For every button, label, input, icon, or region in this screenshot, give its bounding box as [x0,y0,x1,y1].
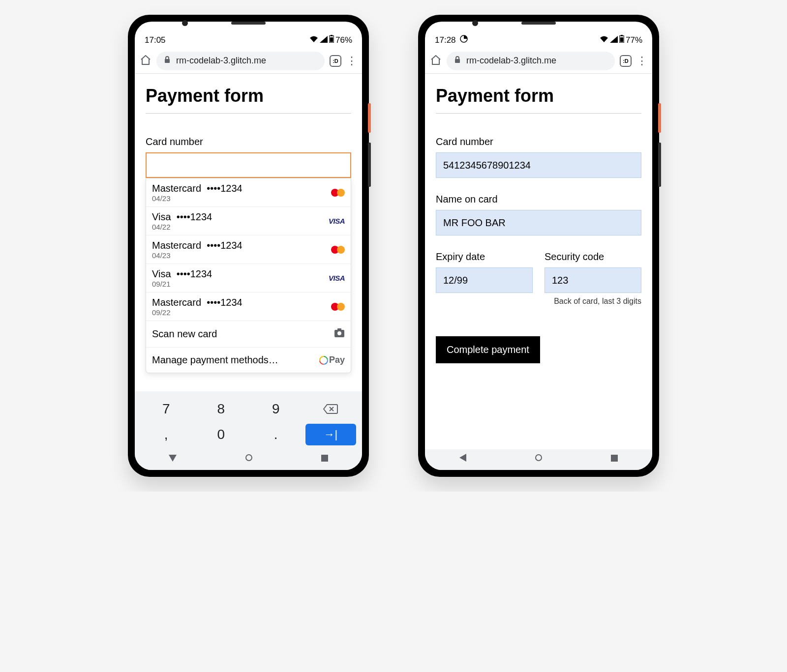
card-number-label: Card number [146,136,351,147]
autofill-card-3[interactable]: Visa ••••1234 09/21 VISA [146,264,351,292]
svg-rect-17 [455,59,460,63]
key-8[interactable]: 8 [194,396,249,422]
lock-icon [454,56,461,66]
nav-home-icon[interactable] [535,454,543,464]
svg-rect-1 [331,35,333,36]
autofill-dropdown: Mastercard ••••1234 04/23 Visa ••••1234 … [146,178,351,373]
svg-rect-3 [165,59,170,63]
gpay-icon: Pay [319,355,345,365]
phone-right: 17:28 77% [418,15,659,477]
power-button[interactable] [658,103,661,133]
svg-point-11 [246,455,252,461]
front-camera [472,20,478,26]
nav-recent-icon[interactable] [321,454,328,464]
svg-rect-16 [620,37,623,42]
name-on-card-input[interactable]: MR FOO BAR [436,210,641,235]
menu-icon[interactable]: ⋮ [346,55,357,67]
status-time: 17:05 [145,35,166,45]
data-saver-icon [460,35,468,45]
wifi-icon [600,35,608,45]
system-nav [425,449,652,470]
card-number-label: Card number [436,136,641,147]
status-bar: 17:28 77% [425,22,652,48]
numeric-keypad: 7 8 9 , 0 . →| [135,391,362,449]
expiry-input[interactable]: 12/99 [436,267,533,293]
svg-rect-15 [621,35,623,36]
phone-left: 17:05 76% [128,15,369,477]
signal-icon [610,35,618,45]
svg-rect-19 [611,455,618,462]
svg-point-18 [536,455,542,461]
svg-rect-12 [321,455,328,462]
volume-button[interactable] [368,143,371,187]
cvc-label: Security code [545,251,641,263]
wifi-icon [309,35,318,45]
key-period[interactable]: . [248,422,303,447]
name-on-card-label: Name on card [436,194,641,205]
battery-icon [329,35,334,45]
url-bar[interactable]: rm-codelab-3.glitch.me [447,52,615,70]
camera-icon [334,328,345,340]
complete-payment-button[interactable]: Complete payment [436,336,540,363]
mastercard-icon [331,302,345,311]
autofill-card-2[interactable]: Mastercard ••••1234 04/23 [146,235,351,264]
card-number-input[interactable]: 5412345678901234 [436,152,641,178]
status-bar: 17:05 76% [135,22,362,48]
volume-button[interactable] [658,143,661,187]
home-icon[interactable] [430,54,442,68]
menu-icon[interactable]: ⋮ [636,55,647,67]
nav-back-icon[interactable] [459,454,466,464]
key-enter[interactable]: →| [305,424,357,445]
key-0[interactable]: 0 [194,422,249,447]
scan-new-card[interactable]: Scan new card [146,321,351,348]
tab-switcher[interactable]: :D [620,55,632,67]
system-nav [135,449,362,470]
visa-icon: VISA [329,217,345,225]
nav-back-icon[interactable] [169,454,177,464]
expiry-label: Expiry date [436,251,533,263]
browser-bar: rm-codelab-3.glitch.me :D ⋮ [135,48,362,74]
status-time: 17:28 [435,35,456,45]
card-number-input[interactable] [146,152,351,178]
svg-point-6 [337,331,341,335]
battery-text: 77% [626,35,642,45]
mastercard-icon [331,245,345,254]
cvc-input[interactable]: 123 [545,267,641,293]
url-bar[interactable]: rm-codelab-3.glitch.me [156,52,325,70]
browser-bar: rm-codelab-3.glitch.me :D ⋮ [425,48,652,74]
battery-icon [619,35,624,45]
nav-recent-icon[interactable] [611,454,618,464]
key-7[interactable]: 7 [139,396,194,422]
manage-payment-methods[interactable]: Manage payment methods… Pay [146,348,351,373]
autofill-card-1[interactable]: Visa ••••1234 04/22 VISA [146,207,351,235]
page-title: Payment form [146,86,351,114]
key-comma[interactable]: , [139,422,194,447]
url-text: rm-codelab-3.glitch.me [176,56,266,66]
visa-icon: VISA [329,274,345,282]
svg-rect-2 [330,37,333,42]
power-button[interactable] [368,103,371,133]
battery-text: 76% [335,35,352,45]
url-text: rm-codelab-3.glitch.me [466,56,556,66]
mastercard-icon [331,188,345,197]
home-icon[interactable] [140,54,151,68]
autofill-card-4[interactable]: Mastercard ••••1234 09/22 [146,292,351,321]
nav-home-icon[interactable] [245,454,253,464]
cvc-hint: Back of card, last 3 digits [436,297,641,306]
autofill-card-0[interactable]: Mastercard ••••1234 04/23 [146,178,351,207]
speaker-slot [231,22,266,25]
front-camera [182,20,188,26]
tab-switcher[interactable]: :D [330,55,341,67]
lock-icon [163,56,171,66]
signal-icon [320,35,328,45]
key-backspace[interactable] [303,396,359,422]
page-title: Payment form [436,86,641,114]
svg-rect-5 [337,328,341,330]
speaker-slot [521,22,556,25]
key-9[interactable]: 9 [248,396,303,422]
